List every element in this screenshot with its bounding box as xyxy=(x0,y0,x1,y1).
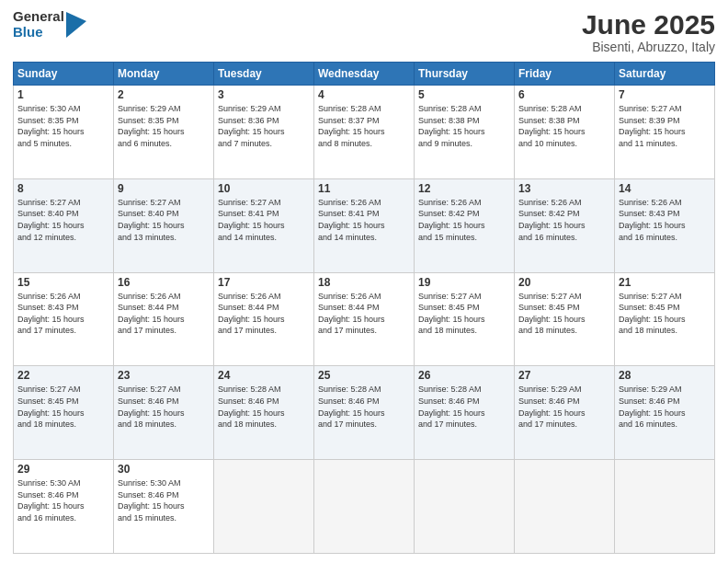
table-row: 26Sunrise: 5:28 AMSunset: 8:46 PMDayligh… xyxy=(415,366,515,460)
table-row: 3Sunrise: 5:29 AMSunset: 8:36 PMDaylight… xyxy=(214,86,314,179)
day-info: Sunrise: 5:26 AMSunset: 8:43 PMDaylight:… xyxy=(619,197,711,243)
day-number: 5 xyxy=(418,88,510,101)
day-info: Sunrise: 5:30 AMSunset: 8:46 PMDaylight:… xyxy=(17,477,109,523)
logo: General Blue xyxy=(13,9,86,40)
table-row: 5Sunrise: 5:28 AMSunset: 8:38 PMDaylight… xyxy=(415,86,515,179)
day-info: Sunrise: 5:28 AMSunset: 8:38 PMDaylight:… xyxy=(418,103,510,149)
day-number: 13 xyxy=(518,182,610,195)
day-number: 16 xyxy=(118,276,210,289)
table-row: 27Sunrise: 5:29 AMSunset: 8:46 PMDayligh… xyxy=(515,366,615,460)
table-row xyxy=(314,460,415,554)
day-info: Sunrise: 5:27 AMSunset: 8:40 PMDaylight:… xyxy=(118,197,210,243)
table-row: 24Sunrise: 5:28 AMSunset: 8:46 PMDayligh… xyxy=(214,366,314,460)
day-info: Sunrise: 5:29 AMSunset: 8:46 PMDaylight:… xyxy=(518,384,610,430)
day-number: 12 xyxy=(418,182,510,195)
table-row: 10Sunrise: 5:27 AMSunset: 8:41 PMDayligh… xyxy=(214,178,314,272)
table-row: 4Sunrise: 5:28 AMSunset: 8:37 PMDaylight… xyxy=(314,86,415,179)
svg-marker-0 xyxy=(66,12,86,38)
col-monday: Monday xyxy=(114,63,214,86)
table-row: 28Sunrise: 5:29 AMSunset: 8:46 PMDayligh… xyxy=(615,366,715,460)
table-row: 16Sunrise: 5:26 AMSunset: 8:44 PMDayligh… xyxy=(114,272,214,366)
table-row: 6Sunrise: 5:28 AMSunset: 8:38 PMDaylight… xyxy=(515,86,615,179)
day-info: Sunrise: 5:30 AMSunset: 8:46 PMDaylight:… xyxy=(118,477,210,523)
calendar-week-row: 22Sunrise: 5:27 AMSunset: 8:45 PMDayligh… xyxy=(14,366,715,460)
title-block: June 2025 Bisenti, Abruzzo, Italy xyxy=(582,9,715,54)
day-number: 14 xyxy=(619,182,711,195)
day-number: 25 xyxy=(318,369,410,382)
table-row: 21Sunrise: 5:27 AMSunset: 8:45 PMDayligh… xyxy=(615,272,715,366)
day-info: Sunrise: 5:28 AMSunset: 8:38 PMDaylight:… xyxy=(518,103,610,149)
header: General Blue June 2025 Bisenti, Abruzzo,… xyxy=(13,9,715,54)
day-number: 4 xyxy=(318,88,410,101)
day-info: Sunrise: 5:29 AMSunset: 8:35 PMDaylight:… xyxy=(118,103,210,149)
day-number: 19 xyxy=(418,276,510,289)
day-info: Sunrise: 5:26 AMSunset: 8:42 PMDaylight:… xyxy=(418,197,510,243)
page: General Blue June 2025 Bisenti, Abruzzo,… xyxy=(0,0,728,563)
table-row: 25Sunrise: 5:28 AMSunset: 8:46 PMDayligh… xyxy=(314,366,415,460)
day-info: Sunrise: 5:27 AMSunset: 8:39 PMDaylight:… xyxy=(619,103,711,149)
table-row: 2Sunrise: 5:29 AMSunset: 8:35 PMDaylight… xyxy=(114,86,214,179)
table-row: 7Sunrise: 5:27 AMSunset: 8:39 PMDaylight… xyxy=(615,86,715,179)
table-row: 17Sunrise: 5:26 AMSunset: 8:44 PMDayligh… xyxy=(214,272,314,366)
table-row xyxy=(214,460,314,554)
calendar-week-row: 15Sunrise: 5:26 AMSunset: 8:43 PMDayligh… xyxy=(14,272,715,366)
day-number: 15 xyxy=(17,276,109,289)
col-sunday: Sunday xyxy=(14,63,114,86)
day-number: 21 xyxy=(619,276,711,289)
day-info: Sunrise: 5:28 AMSunset: 8:46 PMDaylight:… xyxy=(418,384,510,430)
day-info: Sunrise: 5:26 AMSunset: 8:43 PMDaylight:… xyxy=(17,291,109,337)
day-number: 10 xyxy=(218,182,310,195)
day-number: 1 xyxy=(17,88,109,101)
month-title: June 2025 xyxy=(582,9,715,40)
day-info: Sunrise: 5:27 AMSunset: 8:40 PMDaylight:… xyxy=(17,197,109,243)
table-row: 11Sunrise: 5:26 AMSunset: 8:41 PMDayligh… xyxy=(314,178,415,272)
calendar-week-row: 8Sunrise: 5:27 AMSunset: 8:40 PMDaylight… xyxy=(14,178,715,272)
day-number: 11 xyxy=(318,182,410,195)
day-number: 8 xyxy=(17,182,109,195)
table-row: 13Sunrise: 5:26 AMSunset: 8:42 PMDayligh… xyxy=(515,178,615,272)
day-info: Sunrise: 5:28 AMSunset: 8:46 PMDaylight:… xyxy=(218,384,310,430)
table-row: 23Sunrise: 5:27 AMSunset: 8:46 PMDayligh… xyxy=(114,366,214,460)
col-wednesday: Wednesday xyxy=(314,63,415,86)
day-number: 3 xyxy=(218,88,310,101)
day-info: Sunrise: 5:27 AMSunset: 8:45 PMDaylight:… xyxy=(17,384,109,430)
table-row: 12Sunrise: 5:26 AMSunset: 8:42 PMDayligh… xyxy=(415,178,515,272)
table-row: 15Sunrise: 5:26 AMSunset: 8:43 PMDayligh… xyxy=(14,272,114,366)
day-info: Sunrise: 5:28 AMSunset: 8:37 PMDaylight:… xyxy=(318,103,410,149)
calendar-week-row: 29Sunrise: 5:30 AMSunset: 8:46 PMDayligh… xyxy=(14,460,715,554)
day-info: Sunrise: 5:26 AMSunset: 8:44 PMDaylight:… xyxy=(118,291,210,337)
table-row: 9Sunrise: 5:27 AMSunset: 8:40 PMDaylight… xyxy=(114,178,214,272)
day-number: 18 xyxy=(318,276,410,289)
location-title: Bisenti, Abruzzo, Italy xyxy=(582,40,715,54)
day-number: 27 xyxy=(518,369,610,382)
logo-icon xyxy=(66,12,86,38)
day-number: 6 xyxy=(518,88,610,101)
logo-general: General xyxy=(13,9,64,25)
day-number: 17 xyxy=(218,276,310,289)
day-number: 23 xyxy=(118,369,210,382)
day-info: Sunrise: 5:26 AMSunset: 8:42 PMDaylight:… xyxy=(518,197,610,243)
day-info: Sunrise: 5:27 AMSunset: 8:46 PMDaylight:… xyxy=(118,384,210,430)
table-row: 22Sunrise: 5:27 AMSunset: 8:45 PMDayligh… xyxy=(14,366,114,460)
calendar-header-row: Sunday Monday Tuesday Wednesday Thursday… xyxy=(14,63,715,86)
day-info: Sunrise: 5:28 AMSunset: 8:46 PMDaylight:… xyxy=(318,384,410,430)
day-number: 22 xyxy=(17,369,109,382)
table-row: 29Sunrise: 5:30 AMSunset: 8:46 PMDayligh… xyxy=(14,460,114,554)
day-info: Sunrise: 5:29 AMSunset: 8:36 PMDaylight:… xyxy=(218,103,310,149)
day-number: 24 xyxy=(218,369,310,382)
col-friday: Friday xyxy=(515,63,615,86)
table-row xyxy=(515,460,615,554)
calendar-table: Sunday Monday Tuesday Wednesday Thursday… xyxy=(13,62,715,554)
logo-blue: Blue xyxy=(13,25,64,40)
day-number: 29 xyxy=(17,463,109,476)
day-number: 20 xyxy=(518,276,610,289)
day-info: Sunrise: 5:26 AMSunset: 8:44 PMDaylight:… xyxy=(218,291,310,337)
day-number: 7 xyxy=(619,88,711,101)
calendar-week-row: 1Sunrise: 5:30 AMSunset: 8:35 PMDaylight… xyxy=(14,86,715,179)
col-thursday: Thursday xyxy=(415,63,515,86)
col-tuesday: Tuesday xyxy=(214,63,314,86)
day-info: Sunrise: 5:30 AMSunset: 8:35 PMDaylight:… xyxy=(17,103,109,149)
day-number: 28 xyxy=(619,369,711,382)
day-info: Sunrise: 5:27 AMSunset: 8:45 PMDaylight:… xyxy=(619,291,711,337)
day-info: Sunrise: 5:27 AMSunset: 8:45 PMDaylight:… xyxy=(418,291,510,337)
